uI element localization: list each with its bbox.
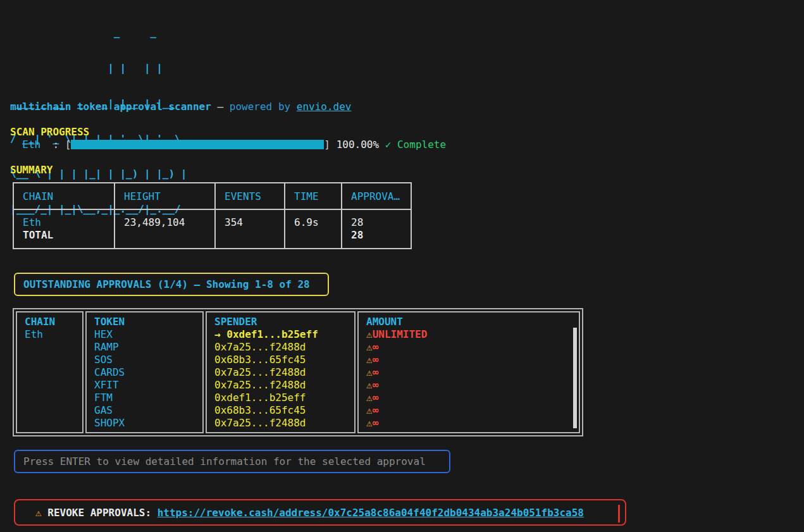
token-cell[interactable]: SOS xyxy=(94,354,202,366)
approvals-col-amount: AMOUNT xyxy=(366,316,579,328)
app-subtitle: multichain token approval scanner — powe… xyxy=(10,101,351,113)
amount-cell-selected[interactable]: ⚠UNLIMITED xyxy=(366,328,579,341)
approvals-chain-column: CHAIN Eth xyxy=(16,311,83,433)
token-cell[interactable]: HEX xyxy=(94,328,202,341)
summary-data-row: Eth TOTAL 23,489,104 354 6.9s 28 28 xyxy=(14,210,411,248)
summary-chain-value: Eth xyxy=(23,216,114,229)
warning-icon: ⚠ xyxy=(366,417,373,429)
approvals-spender-column: SPENDER → 0xdef1...b25eff 0x7a25...f2488… xyxy=(206,311,356,433)
token-cell[interactable]: FTM xyxy=(94,392,202,404)
envio-link[interactable]: envio.dev xyxy=(297,101,352,113)
warning-icon: ⚠ xyxy=(366,328,373,340)
title-dash: — xyxy=(218,101,224,113)
approvals-amount-column: AMOUNT ⚠UNLIMITED ⚠∞ ⚠∞ ⚠∞ ⚠∞ ⚠∞ ⚠∞ ⚠∞ xyxy=(357,311,580,433)
summary-col-chain: CHAIN xyxy=(14,183,115,209)
summary-col-height: HEIGHT xyxy=(115,183,216,209)
hint-text: Press ENTER to view detailed information… xyxy=(23,455,426,467)
revoke-scroll-indicator xyxy=(618,505,620,523)
amount-cell[interactable]: ⚠∞ xyxy=(366,354,579,366)
spender-cell[interactable]: 0x7a25...f2488d xyxy=(214,379,354,392)
summary-height-value: 23,489,104 xyxy=(124,216,214,229)
summary-header-row: CHAIN HEIGHT EVENTS TIME APPROVA… xyxy=(14,183,411,210)
approvals-col-chain: CHAIN xyxy=(25,316,82,328)
outstanding-approvals-box: OUTSTANDING APPROVALS (1/4) — Showing 1-… xyxy=(14,273,329,296)
warning-icon: ⚠ xyxy=(366,392,373,404)
token-cell[interactable]: GAS xyxy=(94,404,202,417)
summary-events-value: 354 xyxy=(225,216,284,229)
progress-chain-label: Eth xyxy=(22,139,40,151)
summary-approvals-value: 28 xyxy=(351,216,411,229)
approvals-table: CHAIN Eth TOKEN HEX RAMP SOS CARDS XFIT … xyxy=(13,308,583,436)
approvals-chain-value: Eth xyxy=(25,328,82,341)
spender-cell[interactable]: 0x7a25...f2488d xyxy=(214,366,354,379)
scan-progress-heading: SCAN PROGRESS xyxy=(10,126,89,139)
warning-icon: ⚠ xyxy=(366,366,373,378)
check-icon: ✓ xyxy=(385,139,392,151)
amount-cell[interactable]: ⚠∞ xyxy=(366,379,579,392)
warning-icon: ⚠ xyxy=(366,354,373,366)
spender-cell[interactable]: 0x68b3...65fc45 xyxy=(214,354,354,366)
summary-total-label: TOTAL xyxy=(23,229,114,242)
summary-approvals-total: 28 xyxy=(351,229,411,242)
summary-col-time: TIME xyxy=(285,183,342,209)
token-cell[interactable]: XFIT xyxy=(94,379,202,392)
progress-bar xyxy=(71,140,324,149)
warning-icon: ⚠ xyxy=(35,507,42,519)
revoke-approvals-box: ⚠ REVOKE APPROVALS: https://revoke.cash/… xyxy=(14,499,626,526)
logo-line: _ _ xyxy=(10,27,187,39)
powered-by-label: powered by xyxy=(230,101,290,113)
summary-table: CHAIN HEIGHT EVENTS TIME APPROVA… Eth TO… xyxy=(13,182,412,249)
approvals-col-token: TOKEN xyxy=(94,316,202,328)
revoke-label: REVOKE APPROVALS: xyxy=(47,507,157,519)
warning-icon: ⚠ xyxy=(366,341,373,353)
spender-cell[interactable]: 0x68b3...65fc45 xyxy=(214,404,354,417)
approvals-token-column: TOKEN HEX RAMP SOS CARDS XFIT FTM GAS SH… xyxy=(85,311,204,433)
title-separator xyxy=(211,101,218,113)
spender-cell[interactable]: 0x7a25...f2488d xyxy=(214,417,354,430)
amount-cell[interactable]: ⚠∞ xyxy=(366,392,579,404)
approvals-col-spender: SPENDER xyxy=(214,316,354,328)
amount-cell[interactable]: ⚠∞ xyxy=(366,341,579,354)
token-cell[interactable]: CARDS xyxy=(94,366,202,379)
logo-line: | | | | xyxy=(10,63,187,75)
summary-col-approvals: APPROVA… xyxy=(342,183,411,209)
table-scrollbar[interactable] xyxy=(573,328,577,428)
token-cell[interactable]: SHOPX xyxy=(94,417,202,430)
scan-progress-row: Eth : [] 100.00% ✓ Complete xyxy=(10,139,446,151)
progress-bracket-open: [ xyxy=(65,139,71,151)
selected-row-arrow-icon: → xyxy=(214,328,226,340)
warning-icon: ⚠ xyxy=(366,379,373,391)
summary-col-events: EVENTS xyxy=(216,183,285,209)
revoke-link[interactable]: https://revoke.cash/address/0x7c25a8c86a… xyxy=(158,507,584,519)
spender-cell[interactable]: 0x7a25...f2488d xyxy=(214,341,354,354)
summary-heading: SUMMARY xyxy=(10,164,53,176)
page-title: multichain token approval scanner xyxy=(10,101,211,113)
progress-status: Complete xyxy=(397,139,446,151)
hint-box: Press ENTER to view detailed information… xyxy=(14,450,450,473)
amount-cell[interactable]: ⚠∞ xyxy=(366,404,579,417)
spender-cell[interactable]: 0xdef1...b25eff xyxy=(214,392,354,404)
token-cell[interactable]: RAMP xyxy=(94,341,202,354)
warning-icon: ⚠ xyxy=(366,404,373,416)
progress-colon: : xyxy=(40,139,65,151)
amount-cell[interactable]: ⚠∞ xyxy=(366,417,579,430)
progress-percent: 100.00% xyxy=(337,139,379,151)
amount-cell[interactable]: ⚠∞ xyxy=(366,366,579,379)
spender-cell-selected[interactable]: → 0xdef1...b25eff xyxy=(214,328,354,341)
summary-time-value: 6.9s xyxy=(294,216,341,229)
progress-bracket-close: ] xyxy=(324,139,330,151)
outstanding-approvals-heading: OUTSTANDING APPROVALS (1/4) — Showing 1-… xyxy=(23,278,310,290)
